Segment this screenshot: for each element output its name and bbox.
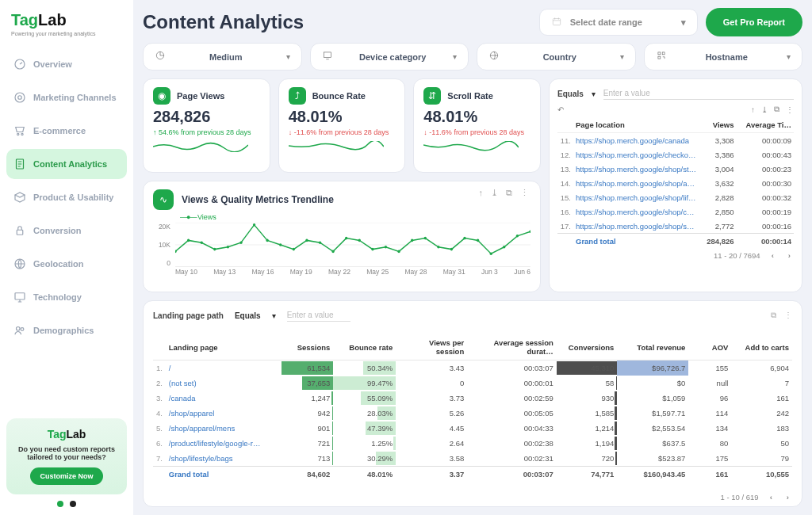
sidebar-item-label: Content Analytics bbox=[33, 159, 107, 169]
svg-point-31 bbox=[305, 239, 308, 242]
svg-point-34 bbox=[345, 237, 347, 240]
column-header[interactable]: Total revenue bbox=[617, 334, 688, 360]
svg-point-27 bbox=[253, 223, 255, 227]
more-icon[interactable]: ⋮ bbox=[786, 105, 794, 114]
y-axis: 20K10K0 bbox=[153, 223, 170, 267]
column-header[interactable]: Landing page bbox=[166, 334, 273, 360]
table-row[interactable]: 4./shop/apparel 942 28.03% 5.2600:05:05 … bbox=[153, 406, 792, 421]
filter-label: Country bbox=[508, 52, 612, 62]
filter-hostname[interactable]: Hostname▾ bbox=[644, 43, 803, 71]
column-header[interactable]: Average session durat… bbox=[467, 334, 557, 360]
trend-chart bbox=[175, 223, 530, 267]
column-header[interactable] bbox=[153, 334, 166, 360]
promo-dots[interactable] bbox=[6, 501, 127, 507]
column-header[interactable]: Add to carts bbox=[731, 334, 792, 360]
kpi-value: 284,826 bbox=[153, 108, 260, 126]
gauge-icon bbox=[13, 57, 27, 71]
next-page[interactable]: › bbox=[785, 251, 794, 260]
table-row[interactable]: 14.https://shop.merch.google/shop/appar…… bbox=[557, 176, 794, 190]
sidebar-item-conversion[interactable]: Conversion bbox=[6, 216, 127, 246]
undo-icon[interactable]: ↶ bbox=[557, 105, 564, 114]
operator-select[interactable]: Equals bbox=[235, 311, 261, 320]
next-page[interactable]: › bbox=[783, 493, 792, 502]
chevron-down-icon: ▾ bbox=[592, 90, 596, 98]
table-row[interactable]: 16.https://shop.merch.google/shop/collec… bbox=[557, 204, 794, 219]
sidebar-item-demographics[interactable]: Demographics bbox=[6, 315, 127, 345]
chart-add-icon[interactable]: ⧉ bbox=[774, 105, 779, 114]
bounce-icon: ⤴ bbox=[289, 87, 306, 105]
promo-button[interactable]: Customize Now bbox=[30, 467, 102, 485]
prev-page[interactable]: ‹ bbox=[767, 493, 776, 502]
column-header[interactable]: Average Ti… bbox=[737, 117, 794, 133]
column-header[interactable]: Conversions bbox=[557, 334, 618, 360]
sidebar-item-ecommerce[interactable]: E-commerce bbox=[6, 116, 127, 146]
table-row[interactable]: 11.https://shop.merch.google/canada3,308… bbox=[557, 133, 794, 148]
svg-point-39 bbox=[411, 239, 413, 242]
sidebar-item-product[interactable]: Product & Usability bbox=[6, 182, 127, 212]
table-row[interactable]: 17.https://shop.merch.google/shop/shop-…… bbox=[557, 219, 794, 234]
more-icon[interactable]: ⋮ bbox=[520, 188, 529, 198]
table-row[interactable]: 3./canada 1,247 55.09% 3.7300:02:59 930 … bbox=[153, 391, 792, 406]
sidebar-item-technology[interactable]: Technology bbox=[6, 282, 127, 312]
pager: 1 - 10 / 619 ‹ › bbox=[153, 493, 792, 502]
sidebar-item-marketing[interactable]: Marketing Channels bbox=[6, 82, 127, 113]
sidebar-item-label: Geolocation bbox=[33, 259, 84, 269]
kpi-title: Page Views bbox=[177, 91, 224, 101]
svg-point-2 bbox=[18, 96, 22, 100]
cart-icon bbox=[13, 124, 27, 138]
table-row[interactable]: 13.https://shop.merch.google/shop/statio… bbox=[557, 162, 794, 176]
target-icon bbox=[13, 90, 27, 105]
sidebar-item-content[interactable]: Content Analytics bbox=[6, 149, 127, 179]
logo-b: Lab bbox=[38, 11, 67, 29]
chart-icon: ∿ bbox=[153, 189, 174, 210]
chart-add-icon[interactable]: ⧉ bbox=[771, 311, 776, 320]
x-axis: May 10May 13May 16May 19May 22May 25May … bbox=[175, 268, 530, 276]
filter-medium[interactable]: Medium▾ bbox=[143, 43, 302, 71]
kpi-title: Bounce Rate bbox=[312, 91, 366, 101]
filter-input[interactable]: Enter a value bbox=[603, 87, 794, 100]
column-header[interactable]: Views bbox=[700, 117, 737, 133]
logo: TagLab Powering your marketing analytics bbox=[6, 8, 127, 44]
column-header[interactable]: Views per session bbox=[396, 334, 467, 360]
arrow-up-icon[interactable]: ↑ bbox=[479, 188, 484, 198]
document-icon bbox=[13, 157, 27, 171]
more-icon[interactable]: ⋮ bbox=[784, 311, 792, 320]
scroll-icon: ⇵ bbox=[423, 87, 441, 105]
table-row[interactable]: 12.https://shop.merch.google/checkout?s…… bbox=[557, 147, 794, 162]
svg-point-38 bbox=[397, 250, 400, 254]
svg-point-23 bbox=[201, 241, 203, 244]
download-icon[interactable]: ⤓ bbox=[491, 188, 498, 198]
column-header[interactable]: Page location bbox=[573, 117, 700, 133]
column-header[interactable]: AOV bbox=[688, 334, 731, 360]
table-row[interactable]: 6./product/lifestyle/google-r… 721 1.25%… bbox=[153, 436, 792, 451]
operator-select[interactable]: Equals bbox=[557, 90, 584, 98]
kpi-value: 48.01% bbox=[423, 108, 530, 126]
sidebar-item-overview[interactable]: Overview bbox=[6, 49, 127, 79]
arrow-up-icon[interactable]: ↑ bbox=[751, 105, 755, 114]
table-row[interactable]: 15.https://shop.merch.google/shop/lifest… bbox=[557, 190, 794, 204]
column-header[interactable]: Sessions bbox=[273, 334, 334, 360]
sidebar-item-geolocation[interactable]: Geolocation bbox=[6, 249, 127, 279]
main: Content Analytics Select date range ▾ Ge… bbox=[133, 0, 812, 515]
table-row[interactable]: 2.(not set) 37,653 99.47% 000:00:01 58 $… bbox=[153, 376, 792, 391]
card-actions: ↑ ⤓ ⧉ ⋮ bbox=[479, 188, 530, 198]
table-row[interactable]: 5./shop/apparel/mens 901 47.39% 4.4500:0… bbox=[153, 421, 792, 436]
filter-input[interactable]: Enter a value bbox=[287, 309, 350, 322]
sparkline bbox=[423, 141, 519, 152]
prev-page[interactable]: ‹ bbox=[768, 251, 777, 260]
download-icon[interactable]: ⤓ bbox=[761, 105, 768, 114]
globe-icon bbox=[488, 50, 500, 63]
filter-label: Hostname bbox=[675, 52, 779, 62]
get-pro-button[interactable]: Get Pro Report bbox=[706, 8, 802, 36]
svg-point-45 bbox=[490, 252, 492, 255]
svg-point-1 bbox=[15, 93, 25, 102]
table-row[interactable]: 7./shop/lifestyle/bags 713 30.29% 3.5800… bbox=[153, 451, 792, 467]
chevron-down-icon: ▾ bbox=[272, 311, 276, 320]
chart-add-icon[interactable]: ⧉ bbox=[506, 188, 512, 198]
filter-device[interactable]: Device category▾ bbox=[310, 43, 469, 71]
column-header[interactable]: Bounce rate bbox=[333, 334, 396, 360]
date-range-picker[interactable]: Select date range ▾ bbox=[539, 9, 698, 36]
svg-rect-8 bbox=[15, 293, 25, 299]
filter-country[interactable]: Country▾ bbox=[477, 43, 636, 71]
table-row[interactable]: 1./ 61,534 50.34% 3.4300:03:07 45,310 $9… bbox=[153, 360, 792, 376]
